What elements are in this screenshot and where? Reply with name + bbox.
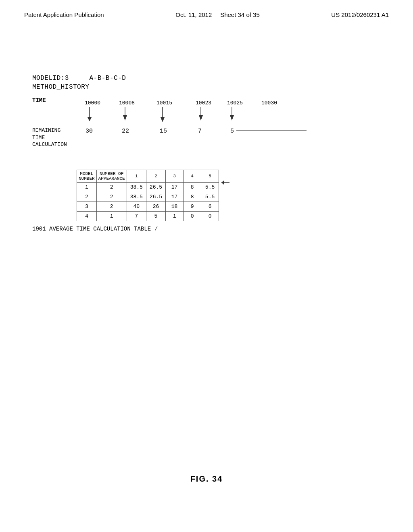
col-header-3: 3 <box>166 170 184 183</box>
cell-model-3: 3 <box>77 202 97 212</box>
col-header-5: 5 <box>201 170 219 183</box>
cell-1-3: 17 <box>166 183 184 192</box>
col-header-4: 4 <box>184 170 201 183</box>
col-header-appearance: NUMBER OFAPPEARANCE <box>96 170 127 183</box>
table-row: 1 2 38.5 26.5 17 8 5.5 <box>77 183 219 192</box>
svg-text:22: 22 <box>122 128 129 135</box>
table-area: MODELNUMBER NUMBER OFAPPEARANCE 1 2 3 4 … <box>77 167 399 221</box>
cell-1-2: 26.5 <box>146 183 165 192</box>
svg-text:10008: 10008 <box>119 100 135 106</box>
arrow-spacer <box>32 104 77 127</box>
svg-marker-15 <box>230 115 234 121</box>
svg-text:7: 7 <box>198 128 202 135</box>
cell-model-2: 2 <box>77 192 97 202</box>
calculation-table: MODELNUMBER NUMBER OFAPPEARANCE 1 2 3 4 … <box>77 170 219 221</box>
cell-3-4: 9 <box>184 202 201 212</box>
header-date-sheet: Oct. 11, 2012 Sheet 34 of 35 <box>175 11 260 18</box>
back-arrow-indicator <box>221 179 234 187</box>
model-id-label: MODELID:3 <box>32 75 69 82</box>
table-row: 3 2 40 26 18 9 6 <box>77 202 219 212</box>
model-id-line: MODELID:3 A-B-B-C-D <box>32 75 381 82</box>
cell-2-3: 17 <box>166 192 184 202</box>
cell-2-1: 38.5 <box>127 192 146 202</box>
table-header: MODELNUMBER NUMBER OFAPPEARANCE 1 2 3 4 … <box>77 170 219 183</box>
table-row: 4 1 7 5 1 0 0 <box>77 212 219 221</box>
header-publication: Patent Application Publication <box>24 11 104 18</box>
cell-app-3: 2 <box>96 202 127 212</box>
cell-4-2: 5 <box>146 212 165 221</box>
time-label: TIME <box>32 97 77 104</box>
cell-app-2: 2 <box>96 192 127 202</box>
svg-text:30: 30 <box>86 128 93 135</box>
svg-text:10025: 10025 <box>227 100 243 106</box>
cell-4-5: 0 <box>201 212 219 221</box>
full-diagram: TIME REMAININGTIMECALCULATION 10000 1000… <box>32 97 381 221</box>
cell-3-5: 6 <box>201 202 219 212</box>
table-row: 2 2 38.5 26.5 17 8 5.5 <box>77 192 219 202</box>
cell-3-2: 26 <box>146 202 165 212</box>
svg-text:10023: 10023 <box>196 100 211 106</box>
cell-2-5: 5.5 <box>201 192 219 202</box>
cell-3-3: 18 <box>166 202 184 212</box>
col-header-2: 2 <box>146 170 165 183</box>
method-history-label: METHOD_HISTORY <box>32 83 89 91</box>
svg-marker-11 <box>161 117 165 122</box>
side-labels: TIME REMAININGTIMECALCULATION <box>32 97 77 148</box>
cell-2-2: 26.5 <box>146 192 165 202</box>
svg-text:5: 5 <box>230 128 234 135</box>
svg-marker-7 <box>88 117 92 121</box>
header-date: Oct. 11, 2012 <box>175 11 212 18</box>
svg-text:15: 15 <box>160 128 167 135</box>
svg-marker-9 <box>123 115 127 121</box>
header-patent-number: US 2012/0260231 A1 <box>331 11 389 18</box>
table-body: 1 2 38.5 26.5 17 8 5.5 2 2 38.5 26 <box>77 183 219 221</box>
header-sheet: Sheet 34 of 35 <box>220 11 260 18</box>
remaining-time-label: REMAININGTIMECALCULATION <box>32 127 77 148</box>
svg-marker-13 <box>199 115 203 121</box>
table-label-text: 1901 AVERAGE TIME CALCULATION TABLE <box>32 226 151 232</box>
table-label: 1901 AVERAGE TIME CALCULATION TABLE ∕ <box>32 225 381 233</box>
cell-4-1: 7 <box>127 212 146 221</box>
timeline-svg: 10000 10008 10015 10023 10025 10030 <box>77 97 399 174</box>
cell-4-3: 1 <box>166 212 184 221</box>
method-history-line: METHOD_HISTORY <box>32 83 381 91</box>
table-label-arrow: ∕ <box>154 225 158 233</box>
cell-model-1: 1 <box>77 183 97 192</box>
svg-marker-23 <box>221 181 224 185</box>
cell-app-4: 1 <box>96 212 127 221</box>
model-id-value: A-B-B-C-D <box>89 75 126 82</box>
cell-model-4: 4 <box>77 212 97 221</box>
svg-text:10015: 10015 <box>156 100 172 106</box>
main-content: MODELID:3 A-B-B-C-D METHOD_HISTORY TIME … <box>0 50 413 233</box>
cell-1-5: 5.5 <box>201 183 219 192</box>
cell-1-4: 8 <box>184 183 201 192</box>
cell-2-4: 8 <box>184 192 201 202</box>
fig-caption-text: FIG. 34 <box>190 474 223 483</box>
col-header-1: 1 <box>127 170 146 183</box>
cell-3-1: 40 <box>127 202 146 212</box>
page-header: Patent Application Publication Oct. 11, … <box>0 0 413 18</box>
cell-app-1: 2 <box>96 183 127 192</box>
back-arrow-svg <box>221 179 234 187</box>
fig-caption: FIG. 34 <box>0 474 413 484</box>
diagram-col: 10000 10008 10015 10023 10025 10030 <box>77 97 399 221</box>
cell-1-1: 38.5 <box>127 183 146 192</box>
svg-text:10000: 10000 <box>85 100 100 106</box>
cell-4-4: 0 <box>184 212 201 221</box>
svg-text:10030: 10030 <box>261 100 277 106</box>
col-header-model-number: MODELNUMBER <box>77 170 97 183</box>
table-header-row: MODELNUMBER NUMBER OFAPPEARANCE 1 2 3 4 … <box>77 170 219 183</box>
